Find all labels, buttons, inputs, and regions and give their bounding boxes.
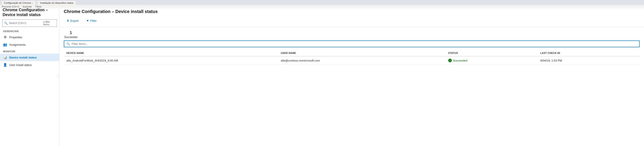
- sidebar-collapse-button[interactable]: «: [57, 74, 60, 78]
- properties-label: Properties: [9, 36, 22, 39]
- succeeded-label: Succeeded: [64, 36, 78, 39]
- filter-items-label: p filter items...: [43, 20, 55, 26]
- assignments-label: Assignments: [9, 43, 26, 46]
- table-header-row: DEVICE NAME USER NAME STATUS LAST CHECK-…: [64, 50, 640, 56]
- status-text: Succeeded: [453, 59, 468, 62]
- page-title: Chrome Configuration – Device install st…: [64, 9, 640, 14]
- search-input[interactable]: [9, 22, 42, 25]
- sidebar-item-assignments[interactable]: 👥 Assignments: [0, 41, 59, 48]
- search-icon: 🔍: [4, 22, 8, 25]
- nav-filter[interactable]: Filtrar: [36, 5, 42, 8]
- assignments-icon: 👥: [3, 43, 7, 46]
- col-user-name: USER NAME: [278, 50, 446, 56]
- status-summary: 1 Succeeded: [64, 30, 640, 39]
- filter-bar[interactable]: 🔍: [64, 40, 640, 47]
- succeeded-count: 1: [70, 30, 72, 35]
- nav-export[interactable]: Exportar: [23, 5, 32, 8]
- browser-tab-2[interactable]: Instalação do dispositivo status: [38, 1, 76, 5]
- status-success-badge: ✓ Succeeded: [448, 59, 535, 62]
- top-nav-overlay: Procurar (Ctrl+/) Exportar Filtrar: [0, 5, 644, 8]
- manage-section-label: Gerenciar: [0, 28, 59, 34]
- sidebar: Chrome Configuration – Device install st…: [0, 6, 60, 146]
- cell-user-name: afw@contoso.onmicrosoft.com: [278, 56, 446, 65]
- filter-button[interactable]: ▼ Filter: [83, 18, 100, 24]
- success-icon: ✓: [448, 59, 452, 62]
- cell-status: ✓ Succeeded: [446, 56, 538, 65]
- nav-search[interactable]: Procurar (Ctrl+/): [2, 5, 19, 8]
- data-table: DEVICE NAME USER NAME STATUS LAST CHECK-…: [64, 50, 640, 65]
- col-device-name: DEVICE NAME: [64, 50, 278, 56]
- sidebar-item-properties[interactable]: ⚙ Properties: [0, 34, 59, 41]
- cell-last-checkin: 9/04/19, 1:53 PM: [538, 56, 640, 65]
- filter-icon: ▼: [86, 19, 89, 22]
- toolbar: ⬇ Export ▼ Filter: [64, 16, 640, 25]
- col-last-checkin: LAST CHECK-IN: [538, 50, 640, 56]
- filter-label: Filter: [90, 19, 96, 22]
- user-install-icon: 👤: [3, 63, 7, 67]
- table-row[interactable]: afw_AndroidForWork_9/4/2019_4:00 AM afw@…: [64, 56, 640, 65]
- monitor-section-label: Monitor: [0, 48, 59, 54]
- main-content: Chrome Configuration – Device install st…: [60, 6, 644, 146]
- sidebar-item-device-install-status[interactable]: 📊 Device install status: [0, 54, 59, 61]
- properties-icon: ⚙: [3, 35, 7, 39]
- filter-input[interactable]: [72, 42, 637, 46]
- col-status: STATUS: [446, 50, 538, 56]
- content-area: 1 Succeeded 🔍 DEVICE NAME USER NAME STAT…: [60, 27, 644, 146]
- page-header: Chrome Configuration – Device install st…: [60, 6, 644, 27]
- browser-tab-1[interactable]: Configuração do Chrome –: [2, 1, 35, 5]
- sidebar-search[interactable]: 🔍 p filter items...: [2, 19, 57, 27]
- filter-search-icon: 🔍: [66, 42, 70, 46]
- device-install-label: Device install status: [9, 56, 37, 59]
- cell-device-name: afw_AndroidForWork_9/4/2019_4:00 AM: [64, 56, 278, 65]
- device-install-icon: 📊: [3, 56, 7, 59]
- succeeded-pill: 1 Succeeded: [64, 30, 78, 39]
- sidebar-item-user-install-status[interactable]: 👤 User install status: [0, 61, 59, 68]
- export-label: Export: [70, 19, 79, 22]
- user-install-label: User install status: [9, 63, 32, 66]
- export-icon: ⬇: [67, 19, 69, 22]
- export-button[interactable]: ⬇ Export: [64, 18, 82, 24]
